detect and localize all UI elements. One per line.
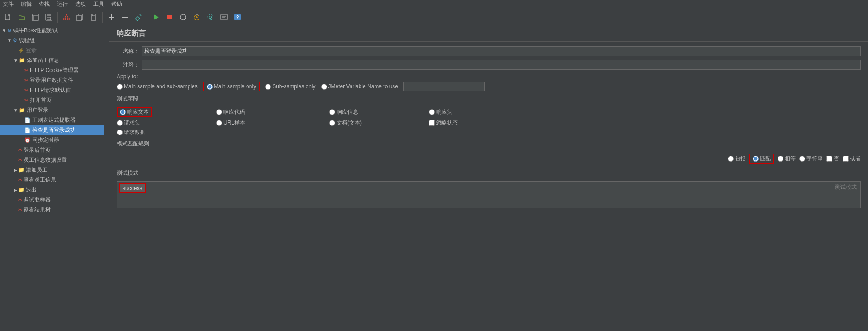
rf-ignore-status-label: 忽略状态 (436, 119, 458, 127)
pm-not[interactable]: 否 (826, 155, 839, 163)
name-input[interactable] (142, 46, 861, 56)
toolbar-clear-btn[interactable] (177, 11, 190, 24)
pm-equals[interactable]: 相等 (778, 155, 796, 163)
sidebar-item-login-user-data[interactable]: ✂ 登录用户数据文件 (0, 75, 104, 85)
test-field-section: 测试字段 响应文本 响应代码 响应信息 (117, 95, 861, 136)
toolbar-new-btn[interactable] (2, 11, 14, 24)
rf-response-header[interactable]: 响应头 (429, 107, 861, 117)
sidebar-item-user-login[interactable]: 📁 用户登录 (0, 105, 104, 115)
rf-doc-text[interactable]: 文档(文本) (329, 119, 429, 127)
apply-main-and-sub[interactable]: Main sample and sub-samples (117, 83, 198, 90)
toolbar-sep-2 (102, 12, 103, 23)
pm-substring-radio[interactable] (799, 156, 805, 162)
pm-or-checkbox[interactable] (843, 156, 849, 162)
sidebar-item-sync-timer[interactable]: ⏰ 同步定时器 (0, 135, 104, 145)
pm-contains-radio[interactable] (728, 156, 734, 162)
toolbar-help-btn[interactable]: ? (231, 11, 244, 24)
rf-url-sample-radio[interactable] (216, 120, 222, 126)
menu-help[interactable]: 帮助 (110, 0, 123, 8)
svg-point-27 (209, 16, 212, 18)
menu-file[interactable]: 文件 (2, 0, 14, 8)
toolbar-remove-btn[interactable] (119, 11, 131, 24)
rf-request-header[interactable]: 请求头 (117, 119, 216, 127)
pm-or[interactable]: 或者 (843, 155, 861, 163)
svg-rect-6 (47, 17, 51, 20)
menu-find[interactable]: 查找 (38, 0, 51, 8)
apply-main-sub-radio[interactable] (117, 84, 123, 90)
toolbar-run-btn[interactable] (150, 11, 162, 24)
login-icon: ⚡ (18, 48, 24, 53)
pm-not-checkbox[interactable] (826, 156, 832, 162)
menu-options[interactable]: 选项 (74, 0, 87, 8)
sidebar-item-logout[interactable]: 📁 退出 (0, 185, 104, 195)
sidebar-item-add-emp[interactable]: 📁 添加员工 (0, 165, 104, 175)
apply-sub-only-radio[interactable] (265, 84, 271, 90)
pm-matches-radio[interactable] (753, 156, 759, 162)
name-row: 名称： (117, 46, 861, 56)
rf-request-data[interactable]: 请求数据 (117, 129, 216, 136)
pm-contains[interactable]: 包括 (728, 155, 746, 163)
sidebar-item-emp-data-setup[interactable]: ✂ 员工信息数据设置 (0, 155, 104, 165)
sidebar-item-view-result-tree[interactable]: ✂ 察看结果树 (0, 205, 104, 215)
pm-substring-label: 字符串 (806, 155, 823, 163)
apply-jmeter-var-radio[interactable] (321, 84, 327, 90)
sidebar-item-thread-group[interactable]: ⚙ 线程组 (0, 35, 104, 45)
rf-url-sample[interactable]: URL样本 (216, 119, 329, 127)
rf-response-header-radio[interactable] (429, 109, 435, 115)
sidebar-item-debug-sampler[interactable]: ✂ 调试取样器 (0, 195, 104, 205)
toolbar-edit-btn[interactable] (132, 11, 145, 24)
sidebar-item-check-login[interactable]: 📄 检查是否登录成功 (0, 125, 104, 135)
toolbar-save-btn[interactable] (43, 11, 55, 24)
pattern-match-radio-group: 包括 匹配 相等 字符串 (117, 152, 861, 166)
sidebar-item-root[interactable]: ⚙ 蜗牛Boss性能测试 (0, 25, 104, 35)
toolbar-paste-btn[interactable] (87, 11, 100, 24)
toolbar-stop-btn[interactable] (163, 11, 176, 24)
sidebar-item-add-employee[interactable]: 📁 添加员工信息 (0, 55, 104, 65)
apply-sub-only[interactable]: Sub-samples only (265, 83, 315, 90)
menu-tools[interactable]: 工具 (92, 0, 105, 8)
rf-response-code[interactable]: 响应代码 (216, 107, 329, 117)
apply-jmeter-var[interactable]: JMeter Variable Name to use (321, 83, 398, 90)
jmeter-var-input[interactable] (403, 82, 485, 91)
toolbar-copy-btn[interactable] (74, 11, 86, 24)
apply-main-only[interactable]: Main sample only (203, 82, 260, 91)
comment-input[interactable] (142, 60, 861, 70)
sidebar-item-open-homepage[interactable]: ✂ 打开首页 (0, 95, 104, 105)
apply-main-only-radio[interactable] (207, 84, 213, 90)
toolbar-template-btn[interactable] (29, 11, 42, 24)
resize-handle[interactable]: ⋮ (104, 25, 109, 331)
toolbar-settings-btn[interactable] (204, 11, 217, 24)
pm-matches[interactable]: 匹配 (749, 154, 774, 164)
sidebar-item-add-emp-label: 添加员工 (26, 166, 47, 174)
rf-response-message[interactable]: 响应信息 (329, 107, 429, 117)
rf-ignore-status[interactable]: 忽略状态 (429, 119, 861, 127)
rf-response-message-radio[interactable] (329, 109, 335, 115)
sidebar-item-back-home[interactable]: ✂ 登录后首页 (0, 145, 104, 155)
test-pattern-value[interactable]: success (119, 183, 146, 193)
toolbar-cut-btn[interactable] (60, 11, 73, 24)
svg-point-8 (67, 18, 70, 20)
apply-jmeter-var-label: JMeter Variable Name to use (328, 83, 398, 90)
rf-request-header-radio[interactable] (117, 120, 123, 126)
toolbar-add-btn[interactable] (105, 11, 118, 24)
sidebar-item-http-default[interactable]: ✂ HTTP请求默认值 (0, 85, 104, 95)
rf-ignore-status-checkbox[interactable] (429, 120, 435, 126)
toolbar-timer-btn[interactable] (190, 11, 203, 24)
sidebar-item-http-default-label: HTTP请求默认值 (30, 86, 71, 94)
rf-request-data-radio[interactable] (117, 130, 123, 135)
sidebar-item-login-label: 登录 (26, 47, 37, 54)
rf-response-text[interactable]: 响应文本 (117, 107, 152, 117)
sidebar-item-regex-extractor[interactable]: 📄 正则表达式提取器 (0, 115, 104, 125)
rf-doc-text-radio[interactable] (329, 120, 335, 126)
rf-response-text-radio[interactable] (120, 109, 126, 115)
sidebar-item-view-emp[interactable]: ✂ 查看员工信息 (0, 175, 104, 185)
sidebar-item-http-cookie[interactable]: ✂ HTTP Cookie管理器 (0, 65, 104, 75)
menu-edit[interactable]: 编辑 (20, 0, 33, 8)
toolbar-open-btn[interactable] (15, 11, 28, 24)
toolbar-script-btn[interactable] (218, 11, 230, 24)
menu-run[interactable]: 运行 (56, 0, 69, 8)
pm-equals-radio[interactable] (778, 156, 783, 162)
sidebar-item-login[interactable]: ⚡ 登录 (0, 45, 104, 55)
rf-response-code-radio[interactable] (216, 109, 222, 115)
pm-substring[interactable]: 字符串 (799, 155, 823, 163)
